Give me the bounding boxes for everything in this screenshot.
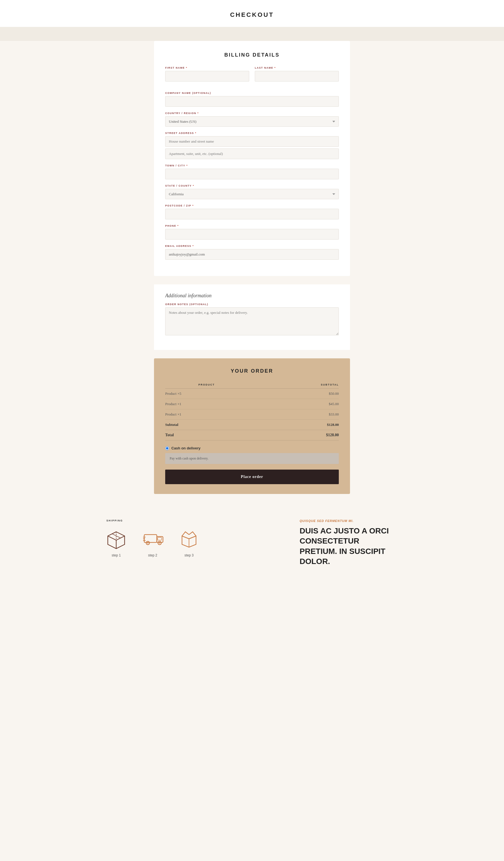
col-subtotal: Subtotal xyxy=(248,381,339,388)
order-notes-group: Order Notes (Optional) xyxy=(165,303,339,337)
phone-label: Phone * xyxy=(165,224,339,227)
total-label: Total xyxy=(165,430,248,440)
country-group: Country / Region * United States (US) Ca… xyxy=(165,112,339,127)
last-name-group: Last Name * xyxy=(255,66,339,82)
payment-option-cod: Cash on delivery xyxy=(165,446,339,450)
page-title: Checkout xyxy=(0,11,504,18)
svg-line-19 xyxy=(189,536,196,539)
company-label: Company Name (Optional) xyxy=(165,92,339,94)
email-input[interactable] xyxy=(165,249,339,260)
first-name-input[interactable] xyxy=(165,71,249,82)
postcode-group: Postcode / Zip * xyxy=(165,204,339,219)
billing-card: Billing Details First Name * Last Name *… xyxy=(154,41,350,276)
order-notes-input[interactable] xyxy=(165,308,339,336)
country-select[interactable]: United States (US) Canada United Kingdom xyxy=(165,116,339,127)
item-price-0: $50.00 xyxy=(248,388,339,399)
svg-rect-8 xyxy=(158,537,162,540)
company-input[interactable] xyxy=(165,96,339,107)
order-item: Product ×5 $50.00 xyxy=(165,388,339,399)
total-value: $128.00 xyxy=(248,430,339,440)
step-3-label: step 3 xyxy=(184,554,194,557)
city-input[interactable] xyxy=(165,169,339,179)
email-group: Email Address * xyxy=(165,245,339,260)
street-group: Street Address * xyxy=(165,132,339,159)
state-label: State / County * xyxy=(165,184,339,187)
first-name-label: First Name * xyxy=(165,66,249,69)
page-header: Checkout xyxy=(0,0,504,27)
city-label: Town / City * xyxy=(165,164,339,167)
postcode-label: Postcode / Zip * xyxy=(165,204,339,207)
svg-point-10 xyxy=(147,543,149,544)
street-input-1[interactable] xyxy=(165,136,339,147)
svg-line-2 xyxy=(108,536,116,540)
shipping-label: Shipping xyxy=(107,519,283,522)
open-box-icon xyxy=(179,530,199,550)
additional-info-title: Additional information xyxy=(165,293,339,299)
street-input-2[interactable] xyxy=(165,149,339,159)
truck-icon xyxy=(143,530,163,550)
state-group: State / County * California New York Tex… xyxy=(165,184,339,199)
svg-line-18 xyxy=(182,536,189,539)
state-select[interactable]: California New York Texas Florida xyxy=(165,189,339,199)
shipping-section: Shipping step 1 xyxy=(84,505,420,581)
first-name-group: First Name * xyxy=(165,66,249,82)
billing-title: Billing Details xyxy=(165,52,339,58)
order-section: Your Order Product Subtotal Product ×5 $… xyxy=(154,358,350,494)
shipping-tagline: Quisque sed fermentum mi. xyxy=(299,519,397,522)
phone-group: Phone * xyxy=(165,224,339,240)
last-name-label: Last Name * xyxy=(255,66,339,69)
email-label: Email Address * xyxy=(165,245,339,247)
cod-label: Cash on delivery xyxy=(171,446,200,450)
shipping-step-1: step 1 xyxy=(107,530,126,557)
item-price-2: $33.00 xyxy=(248,409,339,420)
subtotal-value: $128.00 xyxy=(248,420,339,430)
subtotal-label: Subtotal xyxy=(165,420,248,430)
step-2-label: step 2 xyxy=(148,554,157,557)
shipping-step-3: step 3 xyxy=(179,530,199,557)
country-label: Country / Region * xyxy=(165,112,339,114)
top-bar xyxy=(0,27,504,41)
order-table: Product Subtotal Product ×5 $50.00 Produ… xyxy=(165,381,339,440)
shipping-steps: step 1 xyxy=(107,530,283,557)
order-item: Product ×1 $33.00 xyxy=(165,409,339,420)
item-name-1: Product ×1 xyxy=(165,399,248,409)
item-name-2: Product ×1 xyxy=(165,409,248,420)
city-group: Town / City * xyxy=(165,164,339,179)
shipping-step-2: step 2 xyxy=(143,530,163,557)
order-item: Product ×1 $45.00 xyxy=(165,399,339,409)
phone-input[interactable] xyxy=(165,229,339,240)
item-name-0: Product ×5 xyxy=(165,388,248,399)
postcode-input[interactable] xyxy=(165,209,339,219)
svg-point-12 xyxy=(159,543,160,544)
last-name-input[interactable] xyxy=(255,71,339,82)
svg-rect-6 xyxy=(144,535,157,543)
shipping-headline: Duis ac justo a orci consectetur pretium… xyxy=(299,526,397,567)
cod-radio[interactable] xyxy=(165,446,169,450)
order-notes-label: Order Notes (Optional) xyxy=(165,303,339,306)
item-price-1: $45.00 xyxy=(248,399,339,409)
step-1-label: step 1 xyxy=(112,554,121,557)
street-label: Street Address * xyxy=(165,132,339,135)
shipping-left: Shipping step 1 xyxy=(107,519,283,557)
name-row: First Name * Last Name * xyxy=(165,66,339,86)
payment-section: Cash on delivery Pay with cash upon deli… xyxy=(165,446,339,464)
company-group: Company Name (Optional) xyxy=(165,92,339,107)
shipping-right: Quisque sed fermentum mi. Duis ac justo … xyxy=(299,519,397,567)
col-product: Product xyxy=(165,381,248,388)
payment-description: Pay with cash upon delivery. xyxy=(165,453,339,464)
order-title: Your Order xyxy=(165,368,339,374)
place-order-button[interactable]: Place order xyxy=(165,469,339,484)
additional-info-section: Additional information Order Notes (Opti… xyxy=(154,284,350,350)
box-icon xyxy=(107,530,126,550)
